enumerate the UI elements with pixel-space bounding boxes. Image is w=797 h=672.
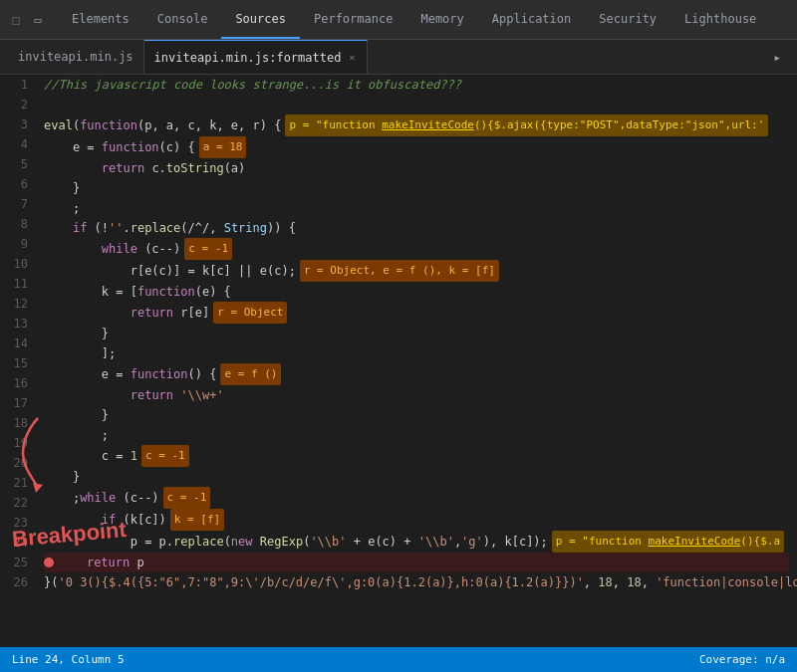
file-tab-close-icon[interactable]: ✕ <box>347 51 357 64</box>
expr-a18: a = 18 <box>199 136 247 158</box>
ln-22: 22 <box>0 493 36 513</box>
expr-p-makeInviteCode-23: p = "function makeInviteCode(){$.a <box>552 531 784 553</box>
topbar-icons: ⬚ ▭ <box>8 12 46 28</box>
ln-2: 2 <box>0 95 36 114</box>
ln-25: 25 <box>0 553 36 572</box>
ln-4: 4 <box>0 134 36 154</box>
file-tab-minjs-label: inviteapi.min.js <box>18 50 133 64</box>
expr-c-neg1-19: c = -1 <box>141 445 189 467</box>
ln-11: 11 <box>0 274 36 294</box>
expr-p-makeInviteCode: p = "function makeInviteCode(){$.ajax({t… <box>285 114 768 136</box>
file-tabs-bar: inviteapi.min.js inviteapi.min.js:format… <box>0 40 797 75</box>
ln-19: 19 <box>0 433 36 453</box>
code-line-19: c = 1 c = -1 <box>44 445 789 467</box>
devtools-topbar: ⬚ ▭ Elements Console Sources Performance… <box>0 0 797 40</box>
tab-elements[interactable]: Elements <box>58 0 143 39</box>
ln-16: 16 <box>0 373 36 393</box>
code-line-7: ; <box>44 198 789 218</box>
expr-r-obj-12: r = Object <box>213 302 287 324</box>
tab-console[interactable]: Console <box>143 0 222 39</box>
ln-3: 3 <box>0 114 36 134</box>
breakpoint-indicator <box>44 558 54 567</box>
ln-7: 7 <box>0 194 36 214</box>
code-line-25: }('0 3(){$.4({5:"6",7:"8",9:\'/b/c/d/e/f… <box>44 572 789 592</box>
code-line-26 <box>44 592 789 612</box>
expr-e-f15: e = f () <box>220 363 281 385</box>
code-content: //This javascript code looks strange...i… <box>36 75 797 647</box>
devtools-tabs: Elements Console Sources Performance Mem… <box>58 0 770 39</box>
expr-c-neg1-9: c = -1 <box>184 238 232 260</box>
ln-9: 9 <box>0 234 36 254</box>
expr-k-f22: k = [f] <box>170 509 224 531</box>
code-line-13: } <box>44 324 789 343</box>
ln-12: 12 <box>0 294 36 314</box>
tab-lighthouse[interactable]: Lighthouse <box>670 0 770 39</box>
ln-15: 15 <box>0 353 36 373</box>
status-position: Line 24, Column 5 <box>12 653 125 666</box>
code-line-20: } <box>44 467 789 487</box>
ln-23: 23 <box>0 513 36 533</box>
tab-performance[interactable]: Performance <box>300 0 406 39</box>
file-tab-formatted[interactable]: inviteapi.min.js:formatted ✕ <box>144 40 369 74</box>
code-line-10: r[e(c)] = k[c] || e(c); r = Object, e = … <box>44 260 789 282</box>
file-tab-formatted-label: inviteapi.min.js:formatted <box>154 51 342 65</box>
code-line-1: //This javascript code looks strange...i… <box>44 75 789 95</box>
status-coverage: Coverage: n/a <box>699 653 785 666</box>
ln-1: 1 <box>0 75 36 95</box>
device-icon[interactable]: ▭ <box>30 12 46 28</box>
code-line-24: return p <box>44 553 789 572</box>
code-line-17: } <box>44 405 789 425</box>
line-numbers: 1 2 3 4 5 6 7 8 9 10 11 12 13 14 15 16 1… <box>0 75 36 647</box>
ln-6: 6 <box>0 174 36 194</box>
code-line-8: if (!''.replace(/^/, String)) { <box>44 218 789 238</box>
ln-5: 5 <box>0 154 36 174</box>
code-line-18: ; <box>44 425 789 445</box>
ln-13: 13 <box>0 314 36 334</box>
code-line-14: ]; <box>44 343 789 363</box>
expr-c-neg1-21: c = -1 <box>163 487 211 509</box>
code-line-4: e = function(c) { a = 18 <box>44 136 789 158</box>
inspect-icon[interactable]: ⬚ <box>8 12 24 28</box>
tab-application[interactable]: Application <box>478 0 585 39</box>
ln-26: 26 <box>0 572 36 592</box>
code-line-3: eval(function(p, a, c, k, e, r) { p = "f… <box>44 114 789 136</box>
code-editor: 1 2 3 4 5 6 7 8 9 10 11 12 13 14 15 16 1… <box>0 75 797 647</box>
tab-sources[interactable]: Sources <box>221 0 300 39</box>
code-line-6: } <box>44 178 789 198</box>
ln-10: 10 <box>0 254 36 274</box>
code-line-21: ;while (c--) c = -1 <box>44 487 789 509</box>
code-line-11: k = [function(e) { <box>44 282 789 302</box>
code-line-2 <box>44 95 789 114</box>
expr-r-obj: r = Object, e = f (), k = [f] <box>300 260 499 282</box>
comment-1: //This javascript code looks strange...i… <box>44 75 461 95</box>
status-bar: Line 24, Column 5 Coverage: n/a <box>0 647 797 672</box>
code-line-15: e = function() { e = f () <box>44 363 789 385</box>
code-line-16: return '\\w+' <box>44 385 789 405</box>
ln-8: 8 <box>0 214 36 234</box>
ln-21: 21 <box>0 473 36 493</box>
code-line-22: if (k[c]) k = [f] <box>44 509 789 531</box>
tab-security[interactable]: Security <box>585 0 670 39</box>
ln-24-breakpoint[interactable]: 24 <box>0 533 36 553</box>
code-line-12: return r[e] r = Object <box>44 302 789 324</box>
tab-overflow-icon[interactable]: ▸ <box>765 50 789 65</box>
code-line-23: p = p.replace(new RegExp('\\b' + e(c) + … <box>44 531 789 553</box>
ln-18: 18 <box>0 413 36 433</box>
code-line-9: while (c--) c = -1 <box>44 238 789 260</box>
tab-memory[interactable]: Memory <box>406 0 477 39</box>
ln-17: 17 <box>0 393 36 413</box>
file-tab-minjs[interactable]: inviteapi.min.js <box>8 40 144 74</box>
code-line-5: return c.toString(a) <box>44 158 789 178</box>
ln-20: 20 <box>0 453 36 473</box>
ln-14: 14 <box>0 334 36 353</box>
